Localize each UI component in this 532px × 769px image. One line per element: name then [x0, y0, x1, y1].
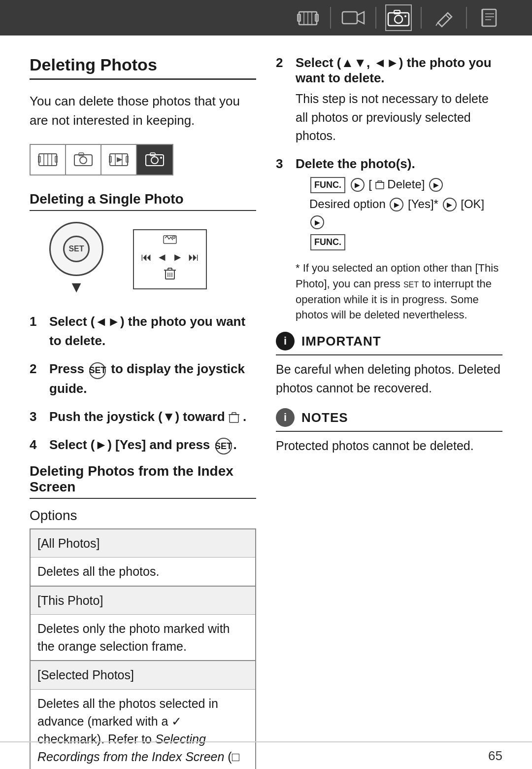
- intro-text: You can delete those photos that you are…: [30, 92, 256, 130]
- options-heading: Options: [30, 508, 256, 524]
- single-photo-title: Deleting a Single Photo: [30, 191, 256, 211]
- mode-film2-icon: [101, 145, 137, 175]
- joystick-set-label: SET: [63, 236, 90, 262]
- page-number: 65: [488, 748, 502, 764]
- divider2: [375, 7, 376, 29]
- delete-line3: FUNC.: [309, 233, 502, 250]
- photo-camera-icon[interactable]: [385, 4, 412, 31]
- mode-camera-icon: [66, 145, 101, 175]
- func-circle-3: ▶: [390, 198, 403, 211]
- step-2-num: 2: [276, 55, 290, 70]
- option-this-photo-desc: Deletes only the photo marked with the o…: [30, 614, 256, 661]
- delete-line2: Desired option ▶ [Yes]* ▶ [OK] ▶: [309, 195, 502, 231]
- left-column: Deleting Photos You can delete those pho…: [30, 55, 256, 732]
- divider: [330, 7, 331, 29]
- svg-rect-46: [230, 415, 238, 422]
- nav-trash-icon: [164, 267, 176, 283]
- book-icon[interactable]: [476, 4, 502, 31]
- svg-rect-6: [342, 12, 357, 24]
- svg-point-10: [404, 15, 406, 17]
- set-badge-2: SET: [89, 362, 106, 379]
- func-circle-1: ▶: [351, 178, 365, 192]
- func-circle-5: ▶: [310, 215, 324, 229]
- step-2: 2 Press SET to display the joystick guid…: [30, 359, 256, 398]
- bottom-bar: 65: [0, 741, 532, 769]
- option-all-photos-label: [All Photos]: [30, 529, 256, 558]
- step-2-body: This step is not necessary to delete all…: [296, 90, 502, 145]
- option-selected-label: [Selected Photos]: [30, 661, 256, 689]
- delete-line1: FUNC. ▶ [ Delete] ▶: [309, 175, 502, 193]
- camera-roll-icon[interactable]: [295, 4, 321, 31]
- important-box: i IMPORTANT Be careful when deleting pho…: [276, 332, 502, 397]
- footnote: * If you selected an option other than […: [296, 260, 502, 323]
- options-table: [All Photos] Deletes all the photos. [Th…: [30, 528, 256, 769]
- step-3-instructions: FUNC. ▶ [ Delete] ▶ Desired option ▶ [Ye…: [309, 175, 502, 250]
- step-2-heading: Select (▲▼, ◄►) the photo you want to de…: [296, 55, 502, 86]
- svg-point-37: [172, 236, 175, 238]
- svg-point-35: [160, 157, 162, 159]
- step-2-right: 2 Select (▲▼, ◄►) the photo you want to …: [276, 55, 502, 145]
- joystick-diagram: SET: [49, 222, 103, 276]
- right-column: 2 Select (▲▼, ◄►) the photo you want to …: [276, 55, 502, 732]
- joystick-area: SET ▼ ⏮ ◄ ► ⏭: [49, 222, 256, 296]
- nav-top-icon: [163, 235, 177, 249]
- svg-point-33: [151, 157, 158, 164]
- divider4: [466, 7, 467, 29]
- option-desc-this: Deletes only the photo marked with the o…: [30, 614, 256, 661]
- svg-rect-13: [482, 9, 496, 26]
- index-section-title: Deleting Photos from the Index Screen: [30, 463, 256, 499]
- func-badge-1: FUNC.: [310, 177, 345, 193]
- svg-point-8: [395, 15, 402, 23]
- func-circle-4: ▶: [443, 198, 457, 211]
- nav-next-icon: ⏭: [188, 251, 199, 264]
- notes-header: i NOTES: [276, 408, 502, 432]
- mode-film-icon: [31, 145, 66, 175]
- joystick-down-arrow: ▼: [68, 278, 84, 296]
- important-header: i IMPORTANT: [276, 332, 502, 355]
- video-camera-icon[interactable]: [340, 4, 366, 31]
- step-3: 3 Push the joystick (▼) toward .: [30, 407, 256, 426]
- svg-rect-51: [376, 182, 384, 189]
- func-badge-2: FUNC.: [310, 234, 345, 250]
- func-circle-2: ▶: [429, 178, 443, 192]
- step-1: 1 Select (◄►) the photo you want to dele…: [30, 312, 256, 350]
- important-text: Be careful when deleting photos. Deleted…: [276, 360, 502, 397]
- step-3-num: 3: [276, 156, 290, 172]
- page-content: Deleting Photos You can delete those pho…: [0, 35, 532, 741]
- svg-line-12: [436, 23, 438, 26]
- important-icon: i: [276, 332, 295, 350]
- step-4: 4 Select (►) [Yes] and press SET.: [30, 435, 256, 455]
- mode-icons-row: [30, 144, 173, 175]
- svg-point-25: [80, 157, 87, 164]
- top-bar: [0, 0, 532, 35]
- notes-label: NOTES: [301, 410, 348, 425]
- nav-left-icon: ◄: [157, 251, 167, 264]
- svg-line-11: [446, 15, 450, 19]
- step-3-heading: Delete the photo(s).: [296, 156, 502, 172]
- notes-box: i NOTES Protected photos cannot be delet…: [276, 408, 502, 455]
- set-badge-4: SET: [215, 438, 232, 454]
- nav-prev-icon: ⏮: [141, 251, 152, 264]
- notes-text: Protected photos cannot be deleted.: [276, 437, 502, 455]
- option-label-this: [This Photo]: [30, 586, 256, 615]
- mode-camera-active-icon: [137, 145, 172, 175]
- divider3: [421, 7, 422, 29]
- option-label-selected: [Selected Photos]: [30, 661, 256, 689]
- nav-right-icon: ►: [172, 251, 183, 264]
- edit-icon[interactable]: [431, 4, 457, 31]
- nav-panel: ⏮ ◄ ► ⏭: [133, 229, 207, 289]
- option-label-all: [All Photos]: [30, 529, 256, 558]
- nav-arrows-row: ⏮ ◄ ► ⏭: [141, 251, 199, 264]
- option-desc-all: Deletes all the photos.: [30, 558, 256, 586]
- top-icons: [295, 4, 502, 31]
- important-label: IMPORTANT: [301, 334, 381, 349]
- section-title: Deleting Photos: [30, 55, 256, 80]
- set-badge-footnote: SET: [403, 280, 419, 289]
- option-this-photo-label: [This Photo]: [30, 586, 256, 615]
- svg-rect-36: [164, 236, 176, 244]
- notes-icon: i: [276, 408, 295, 427]
- option-all-photos-desc: Deletes all the photos.: [30, 558, 256, 586]
- step-3-right: 3 Delete the photo(s). FUNC. ▶ [ Delete]…: [276, 156, 502, 250]
